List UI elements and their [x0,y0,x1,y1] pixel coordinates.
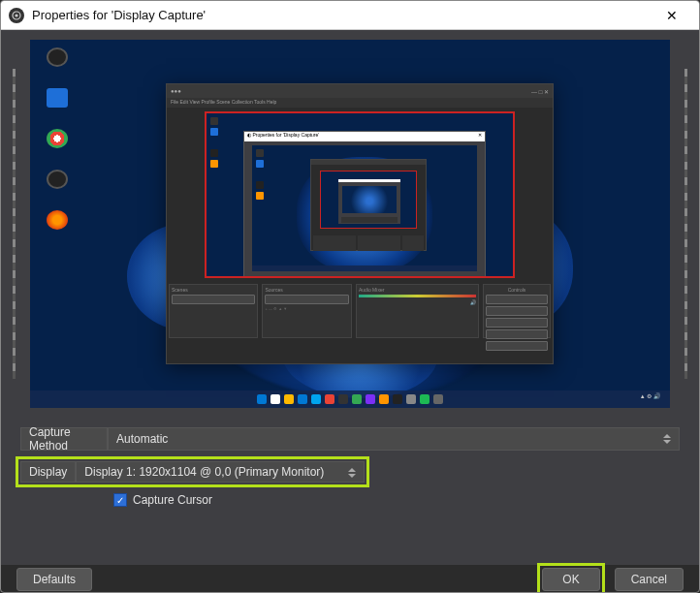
capture-method-row: Capture Method Automatic [20,427,680,451]
preview-scale-left [13,69,16,379]
dropdown-caret-icon [663,432,673,446]
capture-cursor-row: ✓ Capture Cursor [20,493,680,507]
defaults-button[interactable]: Defaults [16,568,92,591]
ok-button-highlight: OK [537,563,604,593]
display-value: Display 1: 1920x1104 @ 0,0 (Primary Moni… [84,465,324,479]
ok-button[interactable]: OK [542,568,599,591]
obs-icon [9,8,24,23]
capture-method-select[interactable]: Automatic [108,427,680,451]
desktop-icon-chrome [44,129,71,160]
capture-cursor-label: Capture Cursor [133,493,212,507]
close-button[interactable]: ✕ [652,1,691,30]
capture-method-value: Automatic [116,432,168,446]
desktop-icon [44,170,71,201]
nested-window-bar: ●●● — □ ✕ [167,84,553,98]
preview-taskbar: ▲ ⚙ 🔊 [30,390,670,408]
capture-cursor-checkbox[interactable]: ✓ [113,493,127,507]
svg-point-1 [15,14,17,16]
display-row: Display Display 1: 1920x1104 @ 0,0 (Prim… [20,461,365,483]
titlebar: Properties for 'Display Capture' ✕ [1,1,699,30]
nested-obs-preview: ◐ Properties for 'Display Capture'✕ [205,111,515,278]
capture-method-label: Capture Method [20,427,108,451]
dropdown-caret-icon [348,466,358,480]
nested-obs-window: ●●● — □ ✕ File Edit View Profile Scene C… [166,83,554,364]
display-label: Display [20,461,76,483]
display-row-highlight: Display Display 1: 1920x1104 @ 0,0 (Prim… [16,456,369,487]
desktop-icons [44,47,71,241]
nested-window-menu: File Edit View Profile Scene Collection … [167,98,553,108]
preview-area: ●●● — □ ✕ File Edit View Profile Scene C… [1,30,699,418]
nested-properties-dialog: ◐ Properties for 'Display Capture'✕ [243,131,486,278]
cancel-button[interactable]: Cancel [615,568,684,591]
desktop-icon-firefox [44,210,71,241]
preview-scale-right [684,69,687,379]
desktop-icon-obs [44,47,71,78]
display-select[interactable]: Display 1: 1920x1104 @ 0,0 (Primary Moni… [76,461,365,483]
capture-preview: ●●● — □ ✕ File Edit View Profile Scene C… [30,40,670,408]
form-area: Capture Method Automatic Display Display… [1,418,699,565]
dialog-footer: Defaults OK Cancel [1,565,699,593]
window-title: Properties for 'Display Capture' [32,8,652,22]
dialog-content: ●●● — □ ✕ File Edit View Profile Scene C… [1,30,699,565]
desktop-icon-recycle [44,88,71,119]
